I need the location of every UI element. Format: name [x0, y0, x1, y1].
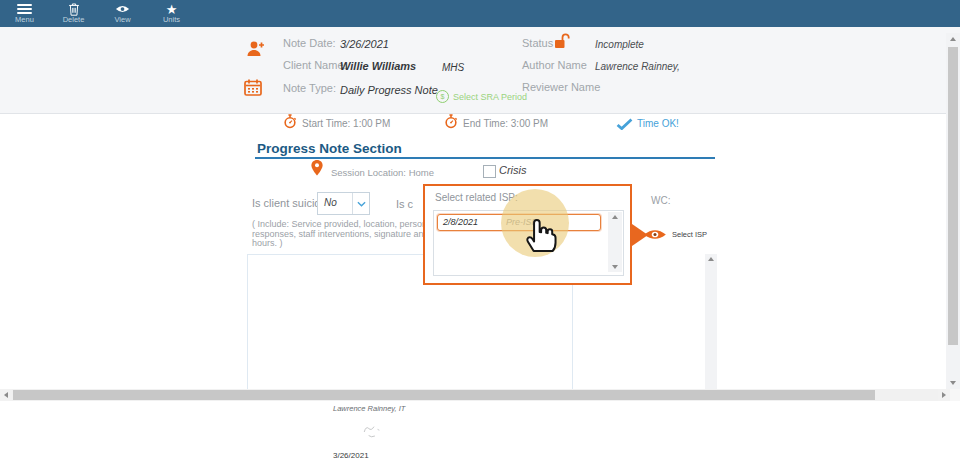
- panel-scrollbar[interactable]: [705, 254, 717, 390]
- note-date-label: Note Date:: [283, 37, 336, 49]
- view-button[interactable]: View: [98, 0, 147, 30]
- scrollbar-corner: [950, 389, 960, 401]
- location-pin-icon: [311, 160, 323, 180]
- popup-title: Select related ISP:: [435, 192, 518, 203]
- horizontal-scrollbar[interactable]: [0, 389, 960, 401]
- menu-button[interactable]: Menu: [0, 0, 49, 30]
- status-value: Incomplete: [595, 39, 644, 50]
- section-divider: [255, 157, 715, 159]
- progress-note-window: Menu Delete View ★ Units Note Date: 3/26…: [0, 0, 960, 469]
- eye-icon: [115, 3, 130, 15]
- scroll-down-icon[interactable]: [612, 265, 618, 269]
- main-toolbar: Menu Delete View ★ Units: [0, 0, 960, 27]
- vertical-scrollbar[interactable]: [946, 33, 960, 389]
- view-label: View: [114, 16, 130, 24]
- clipped-question-label: Is c: [396, 198, 413, 210]
- units-label: Units: [163, 16, 180, 24]
- scroll-up-icon[interactable]: [946, 33, 960, 45]
- client-name-value: Willie Williams: [340, 60, 416, 72]
- units-button[interactable]: ★ Units: [147, 0, 196, 30]
- section-title: Progress Note Section: [257, 141, 402, 156]
- calendar-icon: [244, 79, 262, 100]
- time-ok-text: Time OK!: [637, 118, 679, 129]
- note-type-value: Daily Progress Note: [340, 84, 438, 96]
- note-date-value: 3/26/2021: [340, 38, 389, 50]
- scroll-up-icon[interactable]: [708, 257, 714, 261]
- crisis-label: Crisis: [499, 164, 527, 176]
- chevron-down-icon: [352, 193, 369, 214]
- include-line: hours. ): [252, 239, 428, 249]
- menu-icon: [17, 3, 32, 15]
- checkmark-icon: [616, 116, 633, 134]
- suicidal-dropdown-value: No: [318, 193, 352, 214]
- isp-item-date: 2/8/2021: [443, 217, 478, 227]
- select-isp-label[interactable]: Select ISP: [672, 230, 707, 239]
- delete-label: Delete: [63, 16, 85, 24]
- status-label: Status: [522, 37, 553, 49]
- scroll-up-icon[interactable]: [612, 215, 618, 219]
- reviewer-name-label: Reviewer Name: [522, 81, 600, 93]
- listbox-scrollbar[interactable]: [608, 212, 622, 272]
- include-hint-text: ( Include: Service provided, location, p…: [252, 220, 428, 249]
- trash-icon: [68, 3, 80, 15]
- select-sra-period-label: Select SRA Period: [453, 92, 527, 102]
- star-icon: ★: [166, 3, 178, 15]
- start-time-text: Start Time: 1:00 PM: [302, 118, 390, 129]
- dollar-circle-icon: $: [436, 90, 449, 103]
- end-time-text: End Time: 3:00 PM: [463, 118, 548, 129]
- scroll-down-icon[interactable]: [946, 377, 960, 389]
- vertical-scroll-thumb[interactable]: [948, 47, 958, 345]
- author-name-label: Author Name: [522, 59, 587, 71]
- horizontal-scroll-thumb[interactable]: [13, 390, 875, 400]
- start-time-stopwatch-icon: [283, 114, 297, 133]
- menu-label: Menu: [15, 16, 34, 24]
- author-name-value: Lawrence Rainney,: [595, 61, 680, 72]
- session-location-text: Session Location: Home: [331, 167, 434, 178]
- footer-author-text: Lawrence Rainney, IT: [333, 404, 405, 413]
- wc-label: WC:: [651, 195, 670, 206]
- scroll-left-icon[interactable]: [0, 389, 12, 401]
- crisis-checkbox[interactable]: [483, 165, 496, 178]
- signature-scribble: [360, 424, 388, 444]
- delete-button[interactable]: Delete: [49, 0, 98, 30]
- popup-pointer-arrow: [632, 224, 648, 246]
- note-type-label: Note Type:: [283, 82, 336, 94]
- scroll-right-icon[interactable]: [938, 389, 950, 401]
- select-sra-period-link[interactable]: $ Select SRA Period: [436, 90, 527, 103]
- footer-date-text: 3/26/2021: [333, 451, 369, 460]
- client-name-label: Client Name:: [283, 59, 347, 71]
- suicidal-dropdown[interactable]: No: [317, 192, 370, 215]
- unlock-icon: [553, 33, 570, 53]
- end-time-stopwatch-icon: [444, 114, 458, 133]
- person-add-icon: [246, 40, 266, 62]
- hand-cursor-icon: [521, 213, 557, 257]
- client-program-value: MHS: [442, 62, 464, 73]
